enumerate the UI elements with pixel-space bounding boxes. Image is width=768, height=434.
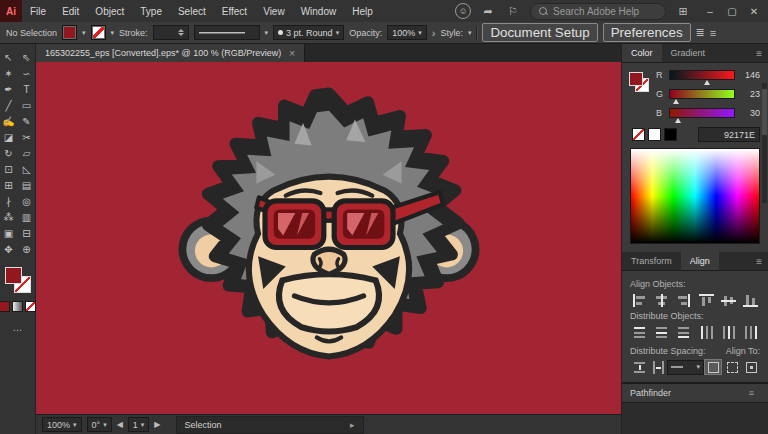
workspace-switcher-icon[interactable]: ⊞ [675, 5, 691, 18]
app-icon[interactable]: Ai [0, 0, 22, 22]
channel-value[interactable]: 146 [740, 70, 760, 80]
align-to-artboard-button[interactable] [704, 359, 722, 375]
opacity-input[interactable]: 100% ▾ [387, 25, 427, 40]
slider-thumb-icon[interactable] [675, 118, 681, 123]
panel-fill-swatch[interactable] [629, 72, 643, 86]
align-vertical-center-button[interactable] [720, 292, 738, 308]
stroke-weight-stepper[interactable] [153, 25, 189, 40]
help-search-input[interactable]: Search Adobe Help [530, 3, 666, 20]
channel-slider[interactable] [669, 70, 735, 80]
width-profile-dropdown[interactable] [194, 25, 260, 40]
artboard-navigation-dropdown[interactable]: 1 ▾ [128, 417, 150, 432]
document-tab[interactable]: 165302255_eps [Converted].eps* @ 100 % (… [36, 44, 305, 62]
rectangle-tool[interactable]: ▭ [19, 98, 35, 113]
white-swatch[interactable] [648, 128, 661, 141]
location-pin-icon[interactable]: ⚐ [505, 5, 521, 18]
tab-align[interactable]: Align [681, 252, 719, 270]
menu-item[interactable]: Help [344, 0, 381, 22]
distribute-horizontal-left-button[interactable] [697, 324, 715, 340]
menu-item[interactable]: Object [87, 0, 132, 22]
next-artboard-icon[interactable]: ▶ [154, 420, 160, 429]
selection-tool[interactable]: ↖ [1, 50, 17, 65]
channel-slider[interactable] [669, 89, 735, 99]
align-horizontal-left-button[interactable] [630, 292, 648, 308]
fill-caret-icon[interactable]: ▾ [82, 29, 86, 37]
gradient-mode-button[interactable] [12, 301, 23, 312]
distribute-vertical-top-button[interactable] [630, 324, 648, 340]
pathfinder-menu-icon[interactable]: ≡ [743, 388, 760, 398]
edit-toolbar-button[interactable]: … [13, 322, 23, 333]
align-horizontal-right-button[interactable] [675, 292, 693, 308]
profile-caret-icon[interactable]: ▾ [265, 29, 269, 37]
tab-transform[interactable]: Transform [622, 252, 681, 270]
symbol-sprayer-tool[interactable]: ⁂ [1, 210, 17, 225]
free-transform-tool[interactable]: ⊡ [1, 162, 17, 177]
paintbrush-tool[interactable]: ✍ [1, 114, 17, 129]
pathfinder-panel-header[interactable]: Pathfinder ≡ [622, 383, 768, 403]
align-vertical-top-button[interactable] [697, 292, 715, 308]
fill-stroke-controls[interactable] [5, 267, 31, 293]
gradient-tool[interactable]: ▤ [19, 178, 35, 193]
menu-item[interactable]: File [22, 0, 54, 22]
eyedropper-tool[interactable]: ∤ [1, 194, 17, 209]
distribute-horizontal-right-button[interactable] [742, 324, 760, 340]
type-tool[interactable]: T [19, 82, 35, 97]
menu-item[interactable]: Window [293, 0, 345, 22]
panel-scrollbar[interactable] [762, 83, 767, 203]
hex-value-input[interactable]: 92171E [698, 127, 760, 142]
pencil-tool[interactable]: ✎ [19, 114, 35, 129]
menu-item[interactable]: Effect [214, 0, 255, 22]
magic-wand-tool[interactable]: ✶ [1, 66, 17, 81]
channel-slider[interactable] [669, 108, 735, 118]
channel-value[interactable]: 23 [740, 89, 760, 99]
brush-definition-dropdown[interactable]: 3 pt. Round ▾ [273, 25, 344, 40]
rotation-dropdown[interactable]: 0° ▾ [87, 417, 112, 432]
align-to-key-object-button[interactable] [742, 359, 760, 375]
artboard-tool[interactable]: ▣ [1, 226, 17, 241]
restore-button[interactable]: ▢ [722, 1, 742, 21]
style-caret-icon[interactable]: ▾ [468, 29, 472, 37]
stroke-caret-icon[interactable]: ▾ [111, 29, 115, 37]
control-panel-menu-icon[interactable]: ≡ [710, 27, 716, 39]
preferences-button[interactable]: Preferences [603, 23, 691, 42]
tab-gradient[interactable]: Gradient [662, 44, 715, 62]
stroke-color-swatch[interactable] [91, 25, 106, 40]
none-swatch[interactable] [632, 128, 645, 141]
distribute-horizontal-space-button[interactable] [649, 359, 667, 375]
menu-item[interactable]: View [255, 0, 293, 22]
menu-item[interactable]: Select [170, 0, 214, 22]
color-mode-button[interactable] [0, 301, 10, 312]
opacity-options-icon[interactable]: › [432, 27, 436, 39]
distribute-vertical-space-button[interactable] [630, 359, 648, 375]
black-swatch[interactable] [664, 128, 677, 141]
align-panel-menu-icon[interactable]: ≡ [750, 252, 768, 270]
zoom-dropdown[interactable]: 100% ▾ [42, 417, 82, 432]
mesh-tool[interactable]: ⊞ [1, 178, 17, 193]
color-panel-menu-icon[interactable]: ≡ [750, 44, 768, 62]
monkey-artwork[interactable] [173, 78, 485, 398]
align-vertical-bottom-button[interactable] [742, 292, 760, 308]
perspective-grid-tool[interactable]: ◺ [19, 162, 35, 177]
close-button[interactable]: ✕ [744, 1, 764, 21]
align-options-icon[interactable]: ≣ [696, 26, 705, 39]
channel-value[interactable]: 30 [740, 108, 760, 118]
slider-thumb-icon[interactable] [673, 99, 679, 104]
fill-swatch[interactable] [5, 267, 22, 284]
minimize-button[interactable]: – [700, 1, 720, 21]
share-icon[interactable]: ➦ [480, 5, 496, 18]
artboard[interactable] [36, 62, 622, 414]
eraser-tool[interactable]: ◪ [1, 130, 17, 145]
hand-tool[interactable]: ✥ [1, 242, 17, 257]
slice-tool[interactable]: ⊟ [19, 226, 35, 241]
align-to-selection-button[interactable] [723, 359, 741, 375]
status-display[interactable]: Selection ▸ [176, 416, 364, 434]
fill-color-swatch[interactable] [62, 25, 77, 40]
column-graph-tool[interactable]: ▥ [19, 210, 35, 225]
rotate-tool[interactable]: ↻ [1, 146, 17, 161]
user-account-icon[interactable]: ☺ [455, 3, 471, 19]
direct-selection-tool[interactable]: ⇖ [19, 50, 35, 65]
align-horizontal-center-button[interactable] [652, 292, 670, 308]
menu-item[interactable]: Type [132, 0, 170, 22]
previous-artboard-icon[interactable]: ◀ [117, 420, 123, 429]
lasso-tool[interactable]: ∽ [19, 66, 35, 81]
